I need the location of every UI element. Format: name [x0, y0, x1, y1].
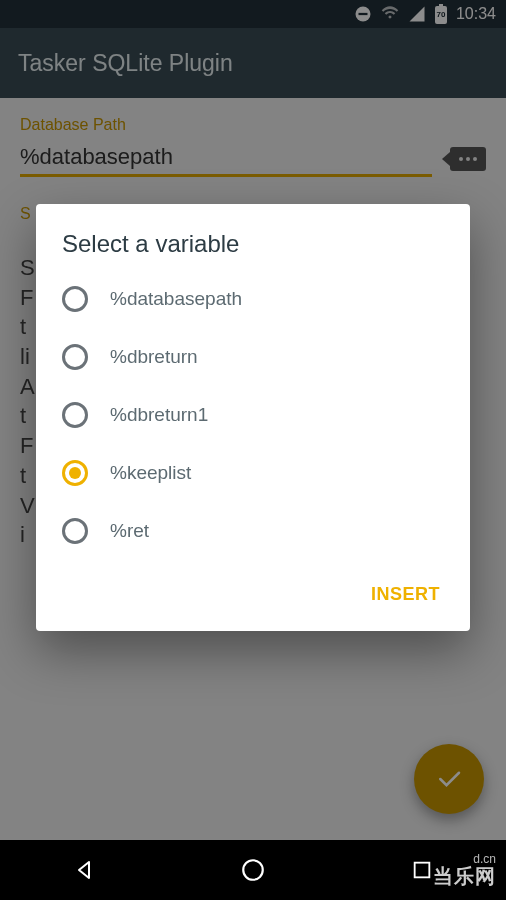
variable-option[interactable]: %dbreturn [36, 328, 470, 386]
variable-option-label: %ret [110, 520, 149, 542]
radio-icon [62, 402, 88, 428]
variable-option[interactable]: %ret [36, 502, 470, 560]
svg-rect-6 [414, 863, 429, 878]
back-icon [72, 858, 96, 882]
variable-option[interactable]: %databasepath [36, 270, 470, 328]
variable-option-label: %keeplist [110, 462, 191, 484]
variable-option-label: %dbreturn1 [110, 404, 208, 426]
radio-icon [62, 518, 88, 544]
home-button[interactable] [233, 850, 273, 890]
variable-option[interactable]: %keeplist [36, 444, 470, 502]
insert-button[interactable]: INSERT [363, 578, 448, 611]
svg-point-5 [243, 860, 263, 880]
variable-option-label: %dbreturn [110, 346, 198, 368]
android-nav-bar: d.cn 当乐网 [0, 840, 506, 900]
select-variable-dialog: Select a variable %databasepath %dbretur… [36, 204, 470, 631]
dialog-title: Select a variable [36, 230, 470, 270]
radio-icon [62, 286, 88, 312]
radio-icon [62, 344, 88, 370]
variable-option[interactable]: %dbreturn1 [36, 386, 470, 444]
radio-icon [62, 460, 88, 486]
recents-icon [411, 859, 433, 881]
home-icon [240, 857, 266, 883]
variable-option-label: %databasepath [110, 288, 242, 310]
watermark-brand: 当乐网 [433, 863, 496, 890]
back-button[interactable] [64, 850, 104, 890]
